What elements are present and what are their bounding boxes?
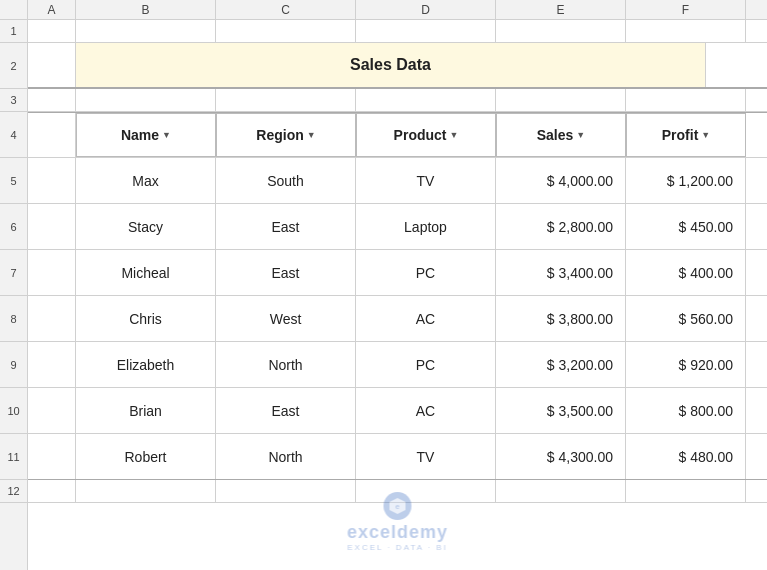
- cell-3c[interactable]: [216, 89, 356, 111]
- cell-6-product[interactable]: Laptop: [356, 204, 496, 249]
- cell-1d[interactable]: [356, 20, 496, 42]
- cell-3f[interactable]: [626, 89, 746, 111]
- row-num-1[interactable]: 1: [0, 20, 27, 43]
- cell-12c[interactable]: [216, 480, 356, 502]
- cell-9-name[interactable]: Elizabeth: [76, 342, 216, 387]
- excel-window: A B C D E F 1 2 3 4 5 6 7 8 9 10 11 12: [0, 0, 767, 570]
- cell-11-sales[interactable]: $ 4,300.00: [496, 434, 626, 479]
- header-region[interactable]: Region ▼: [216, 113, 356, 157]
- cell-5-product[interactable]: TV: [356, 158, 496, 203]
- cell-1e[interactable]: [496, 20, 626, 42]
- cell-2a[interactable]: [28, 43, 76, 87]
- col-header-a[interactable]: A: [28, 0, 76, 19]
- watermark: e exceldemy EXCEL · DATA · BI: [347, 492, 448, 552]
- row-num-9[interactable]: 9: [0, 342, 27, 388]
- cell-3e[interactable]: [496, 89, 626, 111]
- row-num-11[interactable]: 11: [0, 434, 27, 480]
- cell-6-name[interactable]: Stacy: [76, 204, 216, 249]
- cell-12e[interactable]: [496, 480, 626, 502]
- cell-10a[interactable]: [28, 388, 76, 433]
- cell-7a[interactable]: [28, 250, 76, 295]
- cell-12a[interactable]: [28, 480, 76, 502]
- cell-5-sales[interactable]: $ 4,000.00: [496, 158, 626, 203]
- cell-10-profit[interactable]: $ 800.00: [626, 388, 746, 433]
- header-profit-label: Profit: [662, 127, 699, 143]
- cell-9-profit[interactable]: $ 920.00: [626, 342, 746, 387]
- cell-3a[interactable]: [28, 89, 76, 111]
- cell-5a[interactable]: [28, 158, 76, 203]
- cell-9-sales[interactable]: $ 3,200.00: [496, 342, 626, 387]
- cell-1f[interactable]: [626, 20, 746, 42]
- cell-9-region[interactable]: North: [216, 342, 356, 387]
- header-name[interactable]: Name ▼: [76, 113, 216, 157]
- col-header-e[interactable]: E: [496, 0, 626, 19]
- cell-6a[interactable]: [28, 204, 76, 249]
- cell-7-name[interactable]: Micheal: [76, 250, 216, 295]
- cell-8-product[interactable]: AC: [356, 296, 496, 341]
- cell-3b[interactable]: [76, 89, 216, 111]
- row-4-headers: Name ▼ Region ▼ Product ▼ Sales ▼: [28, 112, 767, 158]
- cell-1b[interactable]: [76, 20, 216, 42]
- col-header-d[interactable]: D: [356, 0, 496, 19]
- row-9: Elizabeth North PC $ 3,200.00 $ 920.00: [28, 342, 767, 388]
- watermark-svg: e: [388, 497, 406, 515]
- cell-1a[interactable]: [28, 20, 76, 42]
- row-num-6[interactable]: 6: [0, 204, 27, 250]
- cell-11a[interactable]: [28, 434, 76, 479]
- cell-5-region[interactable]: South: [216, 158, 356, 203]
- cell-6-sales[interactable]: $ 2,800.00: [496, 204, 626, 249]
- cell-1c[interactable]: [216, 20, 356, 42]
- cell-5-profit[interactable]: $ 1,200.00: [626, 158, 746, 203]
- row-numbers: 1 2 3 4 5 6 7 8 9 10 11 12: [0, 20, 28, 570]
- cell-10-region[interactable]: East: [216, 388, 356, 433]
- cell-4a[interactable]: [28, 113, 76, 157]
- cell-10-name[interactable]: Brian: [76, 388, 216, 433]
- cell-3d[interactable]: [356, 89, 496, 111]
- cell-10-sales[interactable]: $ 3,500.00: [496, 388, 626, 433]
- col-header-f[interactable]: F: [626, 0, 746, 19]
- sales-dropdown-icon[interactable]: ▼: [576, 130, 585, 140]
- cell-12f[interactable]: [626, 480, 746, 502]
- cell-11-profit[interactable]: $ 480.00: [626, 434, 746, 479]
- row-num-4[interactable]: 4: [0, 112, 27, 158]
- cell-8-name[interactable]: Chris: [76, 296, 216, 341]
- row-num-8[interactable]: 8: [0, 296, 27, 342]
- header-profit[interactable]: Profit ▼: [626, 113, 746, 157]
- cell-9a[interactable]: [28, 342, 76, 387]
- col-header-b[interactable]: B: [76, 0, 216, 19]
- cell-9-product[interactable]: PC: [356, 342, 496, 387]
- cell-8-region[interactable]: West: [216, 296, 356, 341]
- header-sales[interactable]: Sales ▼: [496, 113, 626, 157]
- row-num-7[interactable]: 7: [0, 250, 27, 296]
- header-product[interactable]: Product ▼: [356, 113, 496, 157]
- cell-5-name[interactable]: Max: [76, 158, 216, 203]
- watermark-name: exceldemy: [347, 522, 448, 543]
- cell-7-product[interactable]: PC: [356, 250, 496, 295]
- corner-header: [0, 0, 28, 19]
- cell-7-region[interactable]: East: [216, 250, 356, 295]
- cell-12b[interactable]: [76, 480, 216, 502]
- row-11: Robert North TV $ 4,300.00 $ 480.00: [28, 434, 767, 480]
- row-num-12[interactable]: 12: [0, 480, 27, 503]
- row-num-10[interactable]: 10: [0, 388, 27, 434]
- cell-10-product[interactable]: AC: [356, 388, 496, 433]
- cell-11-product[interactable]: TV: [356, 434, 496, 479]
- cell-11-name[interactable]: Robert: [76, 434, 216, 479]
- col-header-c[interactable]: C: [216, 0, 356, 19]
- cell-7-sales[interactable]: $ 3,400.00: [496, 250, 626, 295]
- cell-8a[interactable]: [28, 296, 76, 341]
- profit-dropdown-icon[interactable]: ▼: [701, 130, 710, 140]
- cell-6-region[interactable]: East: [216, 204, 356, 249]
- title-cell[interactable]: Sales Data: [76, 43, 706, 87]
- cell-7-profit[interactable]: $ 400.00: [626, 250, 746, 295]
- cell-8-profit[interactable]: $ 560.00: [626, 296, 746, 341]
- region-dropdown-icon[interactable]: ▼: [307, 130, 316, 140]
- cell-8-sales[interactable]: $ 3,800.00: [496, 296, 626, 341]
- cell-11-region[interactable]: North: [216, 434, 356, 479]
- product-dropdown-icon[interactable]: ▼: [449, 130, 458, 140]
- row-num-2[interactable]: 2: [0, 43, 27, 89]
- row-num-5[interactable]: 5: [0, 158, 27, 204]
- cell-6-profit[interactable]: $ 450.00: [626, 204, 746, 249]
- name-dropdown-icon[interactable]: ▼: [162, 130, 171, 140]
- row-num-3[interactable]: 3: [0, 89, 27, 112]
